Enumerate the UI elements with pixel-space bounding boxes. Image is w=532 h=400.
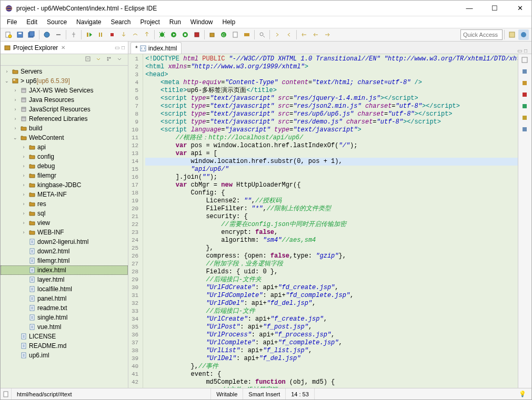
tree-item-panel-html[interactable]: panel.html: [1, 294, 128, 303]
tip-icon[interactable]: 💡: [519, 391, 526, 397]
close-button[interactable]: ✕: [513, 3, 527, 14]
tree-item-referenced-libraries[interactable]: ›Referenced Libraries: [1, 114, 128, 124]
tree-item-view[interactable]: ›view: [1, 218, 128, 228]
pin-button[interactable]: [68, 29, 79, 40]
tree-item-vue-html[interactable]: vue.html: [1, 322, 128, 332]
annotation-prev-button[interactable]: [272, 29, 283, 40]
markers-icon[interactable]: [521, 68, 529, 76]
tree-arrow[interactable]: ›: [21, 154, 27, 159]
save-all-button[interactable]: [26, 29, 37, 40]
search-button[interactable]: [257, 29, 267, 40]
c3-icon[interactable]: [521, 102, 529, 111]
debug-stop-button[interactable]: [107, 29, 117, 40]
new-class-button[interactable]: C: [218, 29, 229, 40]
tree-arrow[interactable]: ›: [21, 173, 27, 178]
quick-access-input[interactable]: [460, 29, 503, 40]
tree-arrow[interactable]: ›: [12, 107, 18, 112]
tree-arrow[interactable]: ›: [21, 211, 27, 216]
menu-help[interactable]: Help: [218, 17, 240, 27]
last-edit-button[interactable]: [299, 29, 309, 40]
perspective-ee-button[interactable]: [518, 29, 529, 40]
c4-icon[interactable]: [521, 114, 529, 122]
tree-arrow[interactable]: ›: [12, 88, 18, 93]
tree-item-down2-html[interactable]: down2.html: [1, 247, 128, 256]
outline-icon[interactable]: [521, 56, 529, 65]
run-button[interactable]: [168, 29, 179, 40]
run-server-button[interactable]: [180, 29, 190, 40]
code-content[interactable]: <!DOCTYPE html PUBLIC "-//W3C//DTD XHTML…: [143, 54, 518, 388]
c2-icon[interactable]: [521, 91, 529, 99]
menu-window[interactable]: Window: [186, 17, 217, 27]
new-jsp-button[interactable]: [230, 29, 240, 40]
annotation-next-button[interactable]: [284, 29, 294, 40]
tree-item-meta-inf[interactable]: ›META-INF: [1, 190, 128, 199]
editor-tab-index[interactable]: index.html: [131, 42, 182, 54]
tree-item-up6-iml[interactable]: up6.iml: [1, 351, 128, 360]
tree-item-kingbase-jdbc[interactable]: ›kingbase-JDBC: [1, 180, 128, 190]
menu-file[interactable]: File: [3, 17, 21, 27]
tree-item-build[interactable]: ›build: [1, 124, 128, 133]
tree-arrow[interactable]: ⌄: [4, 78, 10, 84]
tree-item-webcontent[interactable]: ⌄WebContent: [1, 133, 128, 142]
c1-icon[interactable]: [521, 79, 529, 88]
tree-arrow[interactable]: ⌄: [12, 135, 18, 140]
tree-item-jax-ws-web-services[interactable]: ›JAX-WS Web Services: [1, 86, 128, 95]
tree-arrow[interactable]: ›: [12, 126, 18, 131]
editor-minimize-icon[interactable]: ▭: [517, 48, 522, 54]
collapse-all-button[interactable]: [85, 56, 93, 64]
debug-resume-button[interactable]: [84, 29, 94, 40]
c5-icon[interactable]: [521, 126, 529, 134]
menu-edit[interactable]: Edit: [22, 17, 42, 27]
step-return-button[interactable]: [142, 29, 152, 40]
view-menu-button[interactable]: [116, 56, 125, 64]
debug-button[interactable]: [157, 29, 167, 40]
link-editor-button[interactable]: [95, 56, 104, 64]
tree-item-javascript-resources[interactable]: ›JavaScript Resources: [1, 105, 128, 114]
forward-button[interactable]: [322, 29, 333, 40]
tree-item-debug[interactable]: ›debug: [1, 161, 128, 171]
save-button[interactable]: [15, 29, 25, 40]
tree-item-readme-txt[interactable]: readme.txt: [1, 303, 128, 313]
tree-arrow[interactable]: ›: [21, 192, 27, 197]
link-button[interactable]: [53, 29, 64, 40]
tree-arrow[interactable]: ›: [21, 201, 27, 207]
tree-item-api[interactable]: ›api: [1, 142, 128, 152]
new-servlet-button[interactable]: [242, 29, 252, 40]
tree-item-up6[interactable]: ⌄> up6 [up6 6.5.39]: [1, 76, 128, 86]
filter-button[interactable]: [106, 56, 114, 64]
new-package-button[interactable]: [207, 29, 217, 40]
menu-search[interactable]: Search: [106, 17, 135, 27]
tree-arrow[interactable]: ›: [12, 97, 18, 102]
minimize-button[interactable]: —: [462, 3, 477, 14]
code-editor[interactable]: 1234567891011121314151617181920212223242…: [128, 54, 518, 388]
tree-arrow[interactable]: ›: [21, 163, 27, 169]
tree-item-java-resources[interactable]: ›Java Resources: [1, 95, 128, 105]
perspective-java-button[interactable]: [507, 29, 517, 40]
new-button[interactable]: [3, 29, 14, 40]
tree-item-config[interactable]: ›config: [1, 152, 128, 161]
tree-item-localfile-html[interactable]: localfile.html: [1, 284, 128, 294]
menu-navigate[interactable]: Navigate: [72, 17, 105, 27]
tree-arrow[interactable]: ›: [21, 145, 27, 150]
view-close-icon[interactable]: ✕: [61, 45, 65, 50]
tree-item-readme-md[interactable]: README.md: [1, 341, 128, 351]
back-button[interactable]: [310, 29, 321, 40]
tree-arrow[interactable]: ›: [21, 182, 27, 188]
tree-item-license[interactable]: LICENSE: [1, 332, 128, 341]
tree-item-filemgr-html[interactable]: filemgr.html: [1, 256, 128, 265]
tree-item-down2-ligerui-html[interactable]: down2-ligerui.html: [1, 237, 128, 247]
tree-item-servers[interactable]: ›Servers: [1, 67, 128, 76]
step-into-button[interactable]: [118, 29, 129, 40]
editor-maximize-icon[interactable]: □: [524, 48, 527, 54]
menu-source[interactable]: Source: [43, 17, 71, 27]
tree-item-filemgr[interactable]: ›filemgr: [1, 171, 128, 180]
maximize-button[interactable]: ☐: [487, 3, 502, 14]
tree-arrow[interactable]: ›: [21, 230, 27, 235]
tree-item-index-html[interactable]: index.html: [1, 265, 128, 275]
tree-item-web-inf[interactable]: ›WEB-INF: [1, 228, 128, 237]
tree-arrow[interactable]: ›: [12, 116, 18, 121]
tree-item-sql[interactable]: ›sql: [1, 209, 128, 218]
step-over-button[interactable]: [130, 29, 140, 40]
menu-run[interactable]: Run: [165, 17, 185, 27]
tree-item-single-html[interactable]: single.html: [1, 313, 128, 322]
